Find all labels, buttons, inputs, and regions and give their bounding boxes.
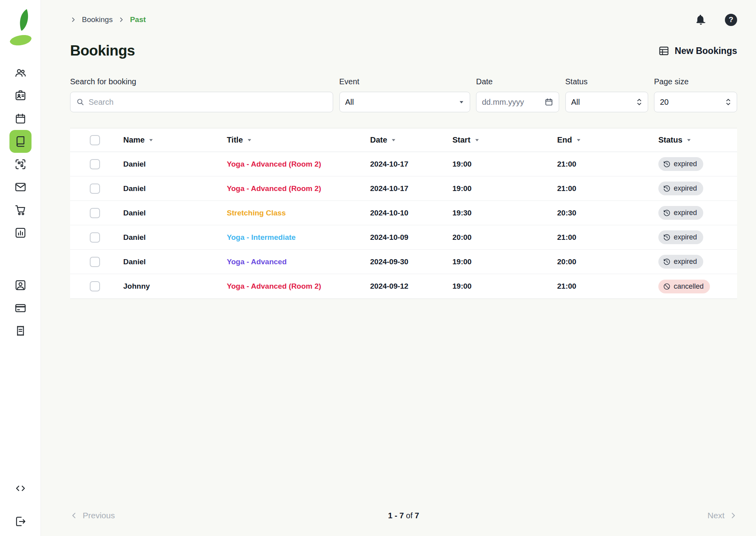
history-icon (663, 234, 671, 241)
booking-end-time: 20:30 (557, 209, 658, 217)
breadcrumb-item-bookings[interactable]: Bookings (82, 15, 113, 24)
table-row[interactable]: Daniel Yoga - Intermediate 2024-10-09 20… (70, 225, 737, 250)
date-input-value: dd.mm.yyyy (482, 98, 545, 107)
column-header-start[interactable]: Start (452, 135, 557, 145)
bookings-table: Name Title Date Start End (70, 128, 737, 299)
sidebar-item-payments[interactable] (9, 297, 32, 319)
status-badge-label: expired (674, 233, 697, 241)
booking-name: Daniel (123, 258, 227, 266)
booking-title-link[interactable]: Yoga - Advanced (227, 258, 370, 266)
previous-page-button[interactable]: Previous (70, 511, 388, 520)
sidebar-item-contacts[interactable] (9, 274, 32, 297)
logo-leaf (20, 9, 28, 31)
table-row[interactable]: Daniel Stretching Class 2024-10-10 19:30… (70, 201, 737, 225)
sidebar-item-shop[interactable] (9, 198, 32, 221)
page-size-label: Page size (654, 77, 737, 86)
row-checkbox[interactable] (90, 232, 100, 243)
booking-title-link[interactable]: Yoga - Advanced (Room 2) (227, 184, 370, 193)
booking-end-time: 21:00 (557, 184, 658, 193)
status-badge-label: expired (674, 160, 697, 168)
qr-scan-icon (15, 158, 26, 170)
members-icon (15, 67, 26, 79)
row-checkbox[interactable] (90, 159, 100, 169)
row-checkbox[interactable] (90, 184, 100, 194)
code-icon (15, 482, 26, 494)
table-row[interactable]: Daniel Yoga - Advanced (Room 2) 2024-10-… (70, 152, 737, 176)
table-row[interactable]: Daniel Yoga - Advanced (Room 2) 2024-10-… (70, 176, 737, 201)
sidebar-item-logout[interactable] (9, 510, 32, 533)
booking-title-link[interactable]: Yoga - Intermediate (227, 233, 370, 242)
booking-end-time: 20:00 (557, 258, 658, 266)
breadcrumb-item-past[interactable]: Past (130, 15, 146, 24)
booking-start-time: 19:00 (452, 258, 557, 266)
page-range: 1 - 7 of 7 (388, 511, 419, 520)
stepper-icon (725, 98, 731, 106)
notifications-bell-icon[interactable] (695, 14, 707, 26)
date-input[interactable]: dd.mm.yyyy (476, 92, 559, 112)
history-icon (663, 258, 671, 265)
sort-caret-icon (247, 137, 252, 143)
sidebar-item-calendar[interactable] (9, 107, 32, 130)
row-checkbox[interactable] (90, 208, 100, 218)
page-size-select-value: 20 (660, 98, 725, 107)
logout-icon (15, 516, 26, 527)
event-select-value: All (345, 98, 459, 107)
page-size-select[interactable]: 20 (654, 92, 737, 112)
chevron-right-icon (729, 512, 737, 519)
mail-icon (15, 181, 26, 193)
filters-bar: Search for booking Event All Date dd.mm.… (70, 77, 737, 112)
booking-title-link[interactable]: Yoga - Advanced (Room 2) (227, 160, 370, 169)
status-select[interactable]: All (565, 92, 648, 112)
booking-date: 2024-09-12 (370, 282, 452, 291)
booking-start-time: 19:00 (452, 184, 557, 193)
status-badge-label: expired (674, 258, 697, 266)
table-row[interactable]: Daniel Yoga - Advanced 2024-09-30 19:00 … (70, 250, 737, 274)
sidebar-item-qr-scan[interactable] (9, 153, 32, 176)
column-header-date[interactable]: Date (370, 135, 452, 145)
booking-date: 2024-10-09 (370, 233, 452, 242)
sidebar-item-mail[interactable] (9, 176, 32, 198)
column-header-status[interactable]: Status (658, 135, 737, 145)
column-header-end[interactable]: End (557, 135, 658, 145)
history-icon (663, 160, 671, 168)
search-label: Search for booking (70, 77, 333, 86)
chevron-right-icon (70, 17, 76, 23)
stepper-icon (636, 98, 642, 106)
booking-title-link[interactable]: Yoga - Advanced (Room 2) (227, 282, 370, 291)
table-row[interactable]: Johnny Yoga - Advanced (Room 2) 2024-09-… (70, 274, 737, 299)
booking-name: Daniel (123, 160, 227, 169)
column-header-name[interactable]: Name (123, 135, 227, 145)
event-select[interactable]: All (339, 92, 470, 112)
breadcrumb: Bookings Past (70, 15, 146, 24)
new-bookings-button[interactable]: New Bookings (658, 45, 737, 56)
sidebar-item-receipts[interactable] (9, 319, 32, 342)
search-input[interactable] (89, 98, 327, 107)
sidebar-item-bookings[interactable] (9, 130, 32, 153)
sidebar-item-stats[interactable] (9, 221, 32, 244)
event-label: Event (339, 77, 470, 86)
status-badge: expired (658, 230, 703, 244)
app: Bookings Past ? Bookings New Bookings Se… (0, 0, 756, 536)
booking-date: 2024-09-30 (370, 258, 452, 266)
sort-caret-icon (576, 137, 581, 143)
filter-page-size: Page size 20 (654, 77, 737, 112)
booking-name: Johnny (123, 282, 227, 291)
page-range-of: of (404, 511, 415, 520)
contact-card-icon (15, 279, 26, 291)
sidebar-item-members[interactable] (9, 61, 32, 84)
calendar-picker-icon[interactable] (545, 98, 553, 106)
help-icon[interactable]: ? (725, 14, 737, 26)
sort-caret-icon (148, 137, 154, 143)
row-checkbox[interactable] (90, 257, 100, 267)
booking-date: 2024-10-10 (370, 209, 452, 217)
select-all-checkbox[interactable] (90, 135, 100, 145)
sidebar-item-staff[interactable] (9, 84, 32, 107)
cancelled-icon (663, 283, 671, 290)
app-logo[interactable] (8, 8, 33, 54)
next-page-button[interactable]: Next (708, 511, 737, 520)
column-header-title[interactable]: Title (227, 135, 370, 145)
row-checkbox[interactable] (90, 281, 100, 291)
sidebar-item-developer[interactable] (9, 477, 32, 500)
sort-caret-icon (474, 137, 480, 143)
booking-title-link[interactable]: Stretching Class (227, 209, 370, 217)
